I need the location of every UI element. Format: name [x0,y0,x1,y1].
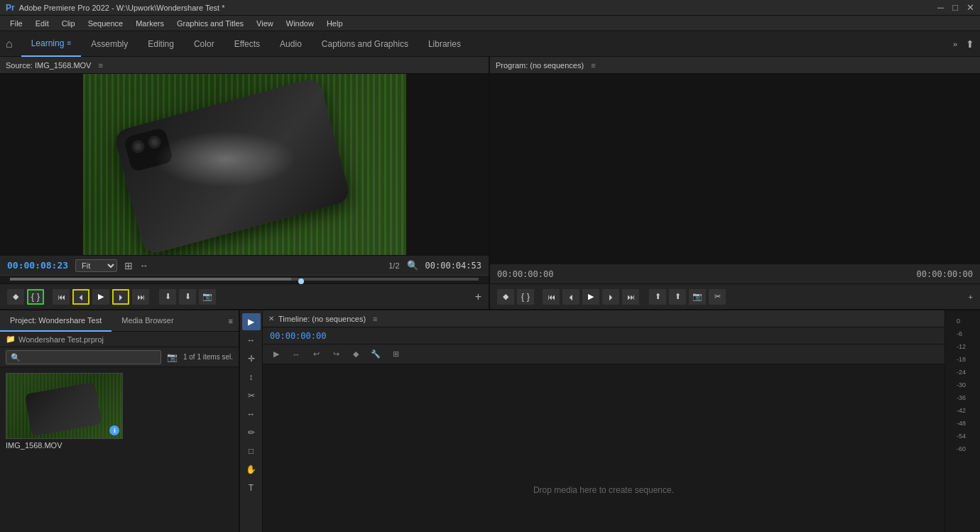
timeline-timecode: 00:00:00:00 [270,331,326,341]
timeline-undo[interactable]: ↩ [308,347,324,362]
tool-selection[interactable]: ▶ [242,313,261,330]
tool-track-select[interactable]: ↔ [242,332,261,349]
timeline-tools: ▶ ↔ ✛ ↕ ✂ ↔ ✏ □ ✋ T [240,310,263,532]
program-marker-button[interactable]: ◆ [497,289,514,305]
menu-sequence[interactable]: Sequence [82,18,129,29]
timeline-content: Drop media here to create sequence. [263,364,944,532]
program-in-out-button[interactable]: { } [517,289,534,305]
program-lift-button[interactable]: ⬆ [649,289,666,305]
meter-6db: -6 [957,327,966,340]
project-tab-media-browser[interactable]: Media Browser [111,310,183,332]
light-reflection [154,131,296,188]
source-play-button[interactable]: ▶ [92,289,109,305]
tool-type[interactable]: T [242,479,261,496]
program-menu-icon[interactable]: ≡ [591,61,595,70]
meter-42db: -42 [957,404,966,417]
tool-slip[interactable]: ↔ [242,406,261,423]
home-icon[interactable]: ⌂ [6,38,13,50]
program-trim-button[interactable]: ✂ [709,289,726,305]
timeline-close-icon[interactable]: ✕ [268,315,274,322]
program-go-in-button[interactable]: ⏮ [543,289,560,305]
project-menu-icon[interactable]: ≡ [229,317,233,325]
source-go-in-button[interactable]: ⏮ [53,289,70,305]
zoom-icon[interactable]: 🔍 [407,260,418,271]
timeline-add-tracks[interactable]: ↔ [288,347,304,362]
folder-icon: 📁 [6,335,16,344]
menu-window[interactable]: Window [281,18,320,29]
source-menu-icon[interactable]: ≡ [98,61,102,70]
menu-clip[interactable]: Clip [56,18,81,29]
meter-bars [954,455,971,532]
export-frame-icon[interactable]: ↔ [140,261,148,271]
source-go-out-button[interactable]: ⏭ [132,289,149,305]
tab-libraries[interactable]: Libraries [418,31,471,57]
tool-rate-stretch[interactable]: ↕ [242,369,261,386]
tool-hand[interactable]: ✋ [242,461,261,478]
timeline-wrench[interactable]: 🔧 [368,347,383,362]
menu-file[interactable]: File [4,18,28,29]
tab-effects[interactable]: Effects [224,31,270,57]
tool-rectangle[interactable]: □ [242,443,261,460]
program-timecode-right: 00:00:00:00 [917,269,973,279]
source-progress-bar[interactable] [0,275,489,283]
maximize-button[interactable]: □ [952,2,958,13]
source-overwrite-button[interactable]: ⬇ [179,289,196,305]
project-search-icons: 📷 [167,352,178,362]
timeline-captions-settings[interactable]: ⊞ [388,347,403,362]
bottom-panels: Project: Wondershare Test Media Browser … [0,310,980,532]
video-thumb-item[interactable]: ℹ IMG_1568.MOV [6,373,123,450]
camera-icon[interactable]: 📷 [167,352,178,362]
meter-48db: -48 [957,417,966,430]
program-extract-button[interactable]: ⬆ [669,289,686,305]
tab-assembly[interactable]: Assembly [81,31,138,57]
share-icon[interactable]: ⬆ [966,38,974,50]
source-panel: Source: IMG_1568.MOV ≡ 00:00:08:23 [0,57,490,309]
project-tab-main[interactable]: Project: Wondershare Test [0,310,111,332]
tool-ripple-edit[interactable]: ✛ [242,350,261,367]
timeline-menu-icon[interactable]: ≡ [373,315,377,323]
source-in-out-button[interactable]: { } [27,289,44,305]
media-browser-label: Media Browser [121,316,173,325]
source-playhead[interactable] [298,278,304,284]
timeline-snap[interactable]: ◆ [348,347,364,362]
more-tabs-icon[interactable]: » [953,40,957,48]
program-play-button[interactable]: ▶ [582,289,599,305]
source-step-fwd-button[interactable]: ⏵ [112,289,129,305]
tab-captions-graphics[interactable]: Captions and Graphics [312,31,418,57]
timeline-sequence-settings[interactable]: ▶ [268,347,284,362]
program-add-button[interactable]: + [969,293,973,301]
window-controls[interactable]: ─ □ ✕ [937,2,974,13]
program-export-frame-button[interactable]: 📷 [689,289,706,305]
source-export-frame-button[interactable]: 📷 [199,289,216,305]
program-step-fwd-button[interactable]: ⏵ [602,289,619,305]
menu-markers[interactable]: Markers [130,18,170,29]
top-panels: Source: IMG_1568.MOV ≡ 00:00:08:23 [0,57,980,310]
program-timecode-bar: 00:00:00:00 00:00:00:00 [490,264,980,283]
program-step-back-button[interactable]: ⏴ [562,289,579,305]
tab-editing[interactable]: Editing [138,31,184,57]
title-bar: Pr Adobe Premiere Pro 2022 - W:\Upwork\W… [0,0,980,16]
source-add-button[interactable]: + [475,291,481,303]
project-search-input[interactable] [6,350,161,364]
tab-color[interactable]: Color [184,31,224,57]
tool-pen[interactable]: ✏ [242,424,261,441]
menu-edit[interactable]: Edit [30,18,55,29]
minimize-button[interactable]: ─ [937,2,944,13]
program-go-out-button[interactable]: ⏭ [622,289,639,305]
tool-razor[interactable]: ✂ [242,387,261,404]
tab-learning[interactable]: Learning ≡ [21,31,82,57]
frame-selector-icon[interactable]: ⊞ [124,260,133,271]
menu-help[interactable]: Help [321,18,349,29]
close-button[interactable]: ✕ [967,2,974,13]
timeline-redo[interactable]: ↪ [328,347,344,362]
source-step-back-button[interactable]: ⏴ [72,289,89,305]
timeline-timecode-bar: 00:00:00:00 [263,327,944,344]
source-marker-button[interactable]: ◆ [7,289,24,305]
timeline-panel: ✕ Timeline: (no sequences) ≡ 00:00:00:00… [263,310,944,532]
tab-captions-label: Captions and Graphics [322,39,408,49]
tab-audio[interactable]: Audio [270,31,312,57]
source-insert-button[interactable]: ⬇ [159,289,176,305]
menu-view[interactable]: View [251,18,279,29]
menu-graphics-titles[interactable]: Graphics and Titles [171,18,249,29]
source-fit-selector[interactable]: Fit 25% 50% 75% 100% [75,259,117,272]
